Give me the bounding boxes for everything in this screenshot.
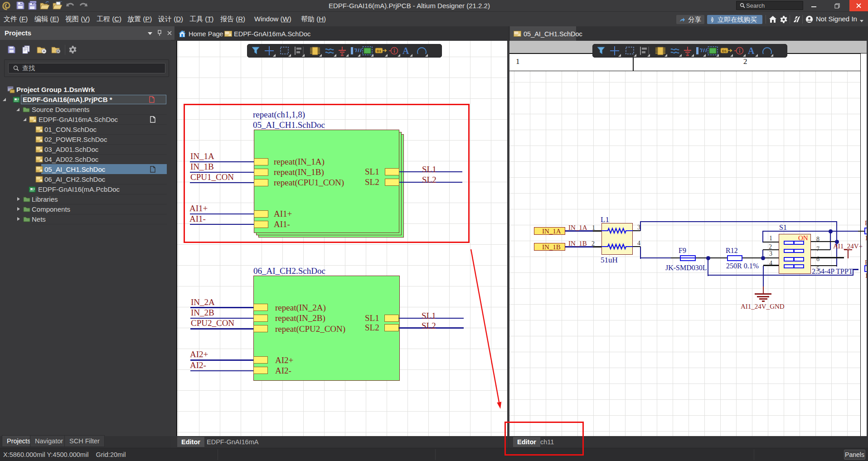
svg-text:A: A	[402, 46, 409, 56]
svg-text:D1: D1	[377, 49, 382, 53]
svg-text:D1: D1	[722, 49, 727, 53]
svg-text:A: A	[748, 46, 755, 56]
